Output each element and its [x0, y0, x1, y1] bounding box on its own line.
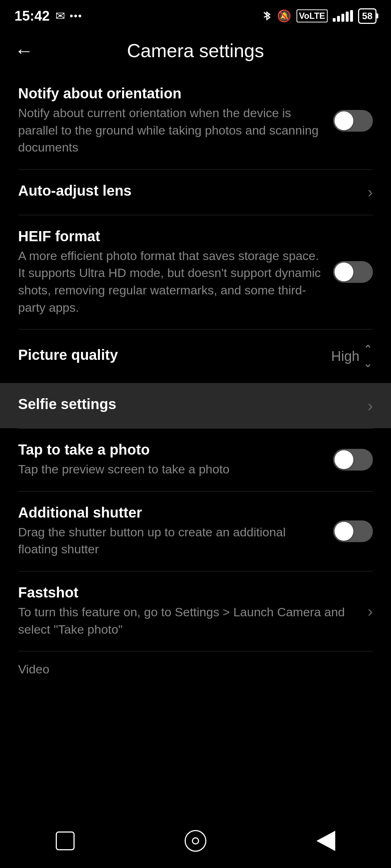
- picture-quality-value-container: High ⌃⌄: [331, 342, 373, 370]
- selfie-settings-content: Selfie settings: [18, 396, 367, 415]
- fastshot-item[interactable]: Fastshot To turn this feature on, go to …: [0, 571, 391, 651]
- status-bar: 15:42 ✉ ••• 🔕 VoLTE 58: [0, 0, 391, 29]
- auto-adjust-lens-chevron: ›: [367, 183, 373, 201]
- fastshot-chevron: ›: [367, 602, 373, 620]
- picture-quality-item[interactable]: Picture quality High ⌃⌄: [0, 329, 391, 383]
- bottom-nav: [0, 821, 391, 868]
- page-title: Camera settings: [41, 40, 350, 61]
- notify-orientation-thumb: [335, 111, 353, 130]
- updown-icon: ⌃⌄: [363, 342, 373, 370]
- volte-icon: VoLTE: [297, 9, 328, 22]
- selfie-settings-chevron: ›: [367, 397, 373, 415]
- notify-orientation-toggle[interactable]: [333, 110, 373, 132]
- heif-format-desc: A more efficient photo format that saves…: [18, 247, 322, 316]
- tap-photo-toggle[interactable]: [333, 449, 373, 471]
- fastshot-content: Fastshot To turn this feature on, go to …: [18, 584, 367, 638]
- picture-quality-value: High: [331, 349, 360, 364]
- additional-shutter-toggle[interactable]: [333, 520, 373, 542]
- fastshot-desc: To turn this feature on, go to Settings …: [18, 604, 357, 638]
- email-icon: ✉: [55, 9, 65, 23]
- home-icon-inner: [192, 837, 199, 844]
- additional-shutter-item[interactable]: Additional shutter Drag the shutter butt…: [0, 492, 391, 571]
- status-right-icons: 🔕 VoLTE 58: [262, 8, 377, 24]
- additional-shutter-desc: Drag the shutter button up to create an …: [18, 524, 322, 558]
- status-time: 15:42: [14, 8, 50, 24]
- notify-orientation-title: Notify about orientation: [18, 85, 322, 102]
- heif-format-content: HEIF format A more efficient photo forma…: [18, 228, 333, 316]
- additional-shutter-title: Additional shutter: [18, 505, 322, 521]
- auto-adjust-lens-content: Auto-adjust lens: [18, 183, 367, 202]
- video-section-label: Video: [0, 651, 391, 680]
- selfie-settings-item[interactable]: Selfie settings ›: [0, 383, 391, 428]
- heif-format-title: HEIF format: [18, 228, 322, 244]
- fastshot-title: Fastshot: [18, 584, 357, 601]
- back-nav-button[interactable]: [308, 823, 344, 859]
- mute-icon: 🔕: [277, 9, 291, 23]
- more-icon: •••: [70, 10, 82, 22]
- home-button[interactable]: [177, 823, 214, 859]
- picture-quality-title: Picture quality: [18, 347, 320, 363]
- selfie-settings-title: Selfie settings: [18, 396, 357, 412]
- bluetooth-icon: [262, 9, 272, 22]
- battery-indicator: 58: [358, 8, 377, 24]
- auto-adjust-lens-item[interactable]: Auto-adjust lens ›: [0, 170, 391, 215]
- signal-bars: [333, 10, 353, 22]
- settings-list: Notify about orientation Notify about cu…: [0, 72, 391, 680]
- tap-photo-title: Tap to take a photo: [18, 442, 322, 458]
- tap-photo-item[interactable]: Tap to take a photo Tap the preview scre…: [0, 429, 391, 491]
- back-button[interactable]: ←: [14, 40, 33, 61]
- heif-format-toggle[interactable]: [333, 261, 373, 283]
- heif-format-item[interactable]: HEIF format A more efficient photo forma…: [0, 215, 391, 329]
- notify-orientation-item[interactable]: Notify about orientation Notify about cu…: [0, 72, 391, 169]
- notify-orientation-desc: Notify about current orientation when th…: [18, 105, 322, 156]
- additional-shutter-thumb: [335, 522, 353, 541]
- notify-orientation-content: Notify about orientation Notify about cu…: [18, 85, 333, 156]
- recents-button[interactable]: [47, 823, 83, 859]
- tap-photo-desc: Tap the preview screen to take a photo: [18, 461, 322, 478]
- tap-photo-content: Tap to take a photo Tap the preview scre…: [18, 442, 333, 478]
- auto-adjust-lens-title: Auto-adjust lens: [18, 183, 357, 199]
- home-icon: [185, 830, 206, 852]
- picture-quality-content: Picture quality: [18, 347, 331, 366]
- recents-icon: [56, 831, 75, 850]
- header: ← Camera settings: [0, 29, 391, 72]
- additional-shutter-content: Additional shutter Drag the shutter butt…: [18, 505, 333, 558]
- back-icon: [316, 831, 335, 851]
